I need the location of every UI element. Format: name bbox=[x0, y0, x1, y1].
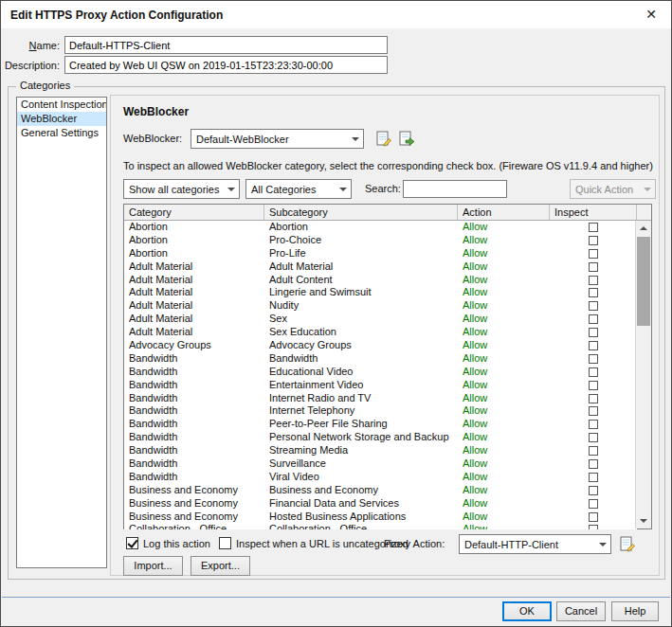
scrollbar-thumb[interactable] bbox=[637, 237, 650, 326]
subcategory-cell: Abortion bbox=[264, 221, 458, 234]
inspect-cell bbox=[550, 339, 637, 352]
name-input[interactable] bbox=[64, 36, 388, 54]
help-button[interactable]: Help bbox=[611, 601, 659, 621]
table-row[interactable]: Business and Economy Financial Data and … bbox=[124, 497, 637, 511]
table-row[interactable]: Bandwidth Entertainment Video Allow bbox=[124, 379, 637, 392]
subcategory-cell: Bandwidth bbox=[264, 352, 458, 366]
table-row[interactable]: Bandwidth Surveillance Allow bbox=[124, 457, 637, 471]
inspect-checkbox[interactable] bbox=[589, 341, 598, 350]
table-row[interactable]: Bandwidth Educational Video Allow bbox=[124, 366, 637, 379]
inspect-checkbox[interactable] bbox=[589, 499, 598, 509]
inspect-checkbox[interactable] bbox=[589, 314, 598, 324]
export-button[interactable]: Export... bbox=[191, 556, 250, 576]
inspect-checkbox[interactable] bbox=[589, 486, 598, 495]
inspect-cell bbox=[550, 523, 637, 529]
inspect-checkbox[interactable] bbox=[589, 328, 598, 337]
scroll-down-icon[interactable] bbox=[636, 513, 651, 528]
table-row[interactable]: Adult Material Sex Education Allow bbox=[124, 326, 637, 339]
inspect-checkbox[interactable] bbox=[589, 381, 598, 390]
inspect-checkbox[interactable] bbox=[589, 420, 598, 429]
chevron-down-icon bbox=[347, 130, 363, 148]
subcategory-cell: Advocacy Groups bbox=[264, 339, 458, 352]
category-cell: Adult Material bbox=[124, 286, 264, 299]
inspect-cell bbox=[550, 457, 637, 471]
inspect-checkbox[interactable] bbox=[589, 236, 598, 245]
inspect-checkbox[interactable] bbox=[589, 367, 598, 377]
table-row[interactable]: Adult Material Lingerie and Swimsuit All… bbox=[124, 286, 637, 299]
table-row[interactable]: Bandwidth Personal Network Storage and B… bbox=[124, 431, 637, 444]
table-row[interactable]: Adult Material Adult Material Allow bbox=[124, 260, 637, 274]
ok-button[interactable]: OK bbox=[502, 601, 552, 621]
table-row[interactable]: Bandwidth Bandwidth Allow bbox=[124, 352, 637, 366]
quick-action-combobox[interactable]: Quick Action bbox=[570, 179, 656, 199]
action-cell: Allow bbox=[458, 326, 550, 339]
table-row[interactable]: Advocacy Groups Advocacy Groups Allow bbox=[124, 339, 637, 352]
category-list-item[interactable]: WebBlocker bbox=[17, 112, 106, 126]
inspect-checkbox[interactable] bbox=[589, 406, 598, 416]
inspect-checkbox[interactable] bbox=[589, 262, 598, 272]
category-list-item[interactable]: Content Inspection bbox=[17, 98, 106, 112]
inspect-cell bbox=[550, 471, 637, 484]
search-input[interactable] bbox=[403, 180, 507, 198]
inspect-checkbox[interactable] bbox=[589, 301, 598, 311]
table-row[interactable]: Business and Economy Business and Econom… bbox=[124, 484, 637, 497]
description-input[interactable] bbox=[64, 56, 388, 74]
action-cell: Allow bbox=[458, 404, 550, 418]
inspect-checkbox[interactable] bbox=[589, 512, 598, 522]
proxy-action-combobox[interactable]: Default-HTTP-Client bbox=[459, 534, 611, 554]
proxy-action-value: Default-HTTP-Client bbox=[460, 539, 594, 550]
table-row[interactable]: Bandwidth Viral Video Allow bbox=[124, 471, 637, 484]
subcategory-filter-combobox[interactable]: All Categories bbox=[245, 179, 352, 199]
action-cell: Allow bbox=[458, 497, 550, 511]
inspect-checkbox[interactable] bbox=[589, 433, 598, 442]
inspect-checkbox[interactable] bbox=[589, 525, 598, 529]
category-list: Content Inspection WebBlocker General Se… bbox=[16, 97, 107, 568]
inspect-uncategorized-checkbox[interactable] bbox=[219, 537, 231, 549]
action-cell: Allow bbox=[458, 313, 550, 326]
inspect-checkbox[interactable] bbox=[589, 354, 598, 364]
subcategory-cell: Hosted Business Applications bbox=[264, 511, 458, 524]
table-row[interactable]: Bandwidth Internet Radio and TV Allow bbox=[124, 392, 637, 405]
table-row[interactable]: Abortion Abortion Allow bbox=[124, 221, 637, 234]
cancel-button[interactable]: Cancel bbox=[556, 601, 606, 621]
scroll-up-icon[interactable] bbox=[636, 221, 651, 236]
action-cell: Allow bbox=[458, 523, 550, 529]
table-row[interactable]: Abortion Pro-Life Allow bbox=[124, 247, 637, 260]
inspect-checkbox[interactable] bbox=[589, 288, 598, 297]
table-row[interactable]: Adult Material Adult Content Allow bbox=[124, 274, 637, 287]
webblocker-profile-combobox[interactable]: Default-WebBlocker bbox=[191, 129, 364, 149]
inspect-checkbox[interactable] bbox=[589, 223, 598, 232]
table-row[interactable]: Adult Material Nudity Allow bbox=[124, 299, 637, 313]
inspect-checkbox[interactable] bbox=[589, 276, 598, 285]
edit-proxy-action-button[interactable] bbox=[617, 534, 638, 554]
inspect-checkbox[interactable] bbox=[589, 394, 598, 403]
log-this-action-checkbox[interactable] bbox=[126, 537, 138, 549]
subcategory-cell: Sex Education bbox=[264, 326, 458, 339]
table-row[interactable]: Adult Material Sex Allow bbox=[124, 313, 637, 326]
table-row[interactable]: Bandwidth Peer-to-Peer File Sharing Allo… bbox=[124, 418, 637, 431]
category-filter-combobox[interactable]: Show all categories bbox=[123, 179, 240, 199]
inspect-checkbox[interactable] bbox=[589, 446, 598, 456]
table-row[interactable]: Abortion Pro-Choice Allow bbox=[124, 234, 637, 247]
description-label: Description: bbox=[3, 60, 60, 71]
vertical-scrollbar[interactable] bbox=[635, 221, 651, 528]
table-row[interactable]: Bandwidth Internet Telephony Allow bbox=[124, 404, 637, 418]
table-row[interactable]: Business and Economy Hosted Business App… bbox=[124, 511, 637, 524]
inspect-checkbox[interactable] bbox=[589, 473, 598, 482]
category-cell: Bandwidth bbox=[124, 352, 264, 366]
import-button[interactable]: Import... bbox=[123, 556, 183, 576]
inspect-cell bbox=[550, 444, 637, 457]
edit-webblocker-button[interactable] bbox=[373, 129, 394, 149]
column-header-inspect: Inspect bbox=[550, 205, 637, 220]
table-row[interactable]: Bandwidth Streaming Media Allow bbox=[124, 444, 637, 457]
view-webblocker-button[interactable] bbox=[396, 129, 417, 149]
category-list-item[interactable]: General Settings bbox=[17, 126, 106, 140]
table-row[interactable]: Collaboration - Office Collaboration - O… bbox=[124, 523, 637, 529]
webblocker-profile-label: WebBlocker: bbox=[123, 133, 182, 144]
action-cell: Allow bbox=[458, 299, 550, 313]
inspect-checkbox[interactable] bbox=[589, 459, 598, 469]
inspect-cell bbox=[550, 326, 637, 339]
inspect-checkbox[interactable] bbox=[589, 249, 598, 259]
close-icon[interactable]: ✕ bbox=[631, 1, 671, 28]
footer-separator bbox=[2, 597, 670, 598]
